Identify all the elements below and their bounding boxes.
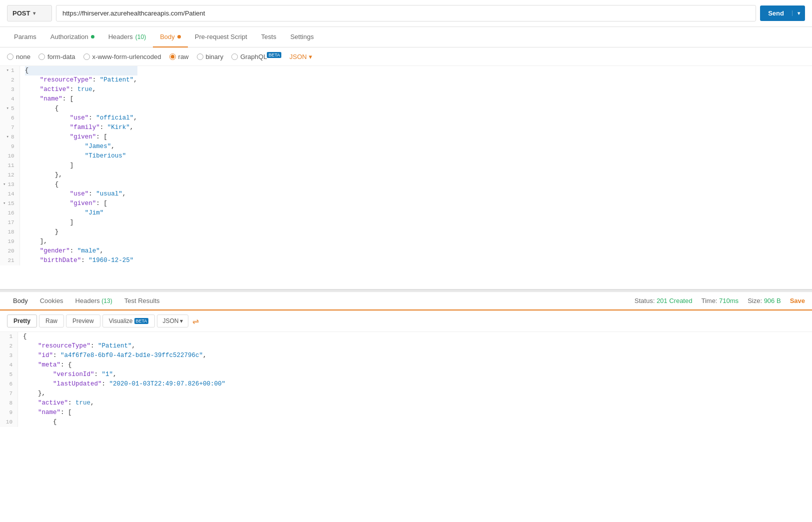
resp-ln-1: 1 — [3, 332, 14, 342]
format-raw-label: raw — [178, 53, 189, 60]
req-line-6: "use": "official", — [25, 114, 137, 123]
resp-json-dropdown[interactable]: JSON ▾ — [157, 314, 188, 328]
ln-5: ▾5 — [3, 104, 16, 114]
format-form-data-label: form-data — [47, 53, 75, 60]
resp-line-3: "id": "a4f6f7e8-6bf0-4af2-bd1e-39ffc5227… — [23, 351, 225, 360]
tab-prerequest[interactable]: Pre-request Script — [188, 27, 254, 48]
ln-18: 18 — [3, 228, 16, 237]
authorization-dot — [91, 35, 94, 38]
resp-tab-testresults[interactable]: Test Results — [118, 292, 166, 310]
resp-fmt-raw[interactable]: Raw — [39, 314, 64, 328]
response-section: Body Cookies Headers (13) Test Results S… — [0, 292, 812, 427]
ln-19: 19 — [3, 237, 16, 246]
format-none[interactable]: none — [7, 53, 30, 60]
req-line-7: "family": "Kirk", — [25, 123, 137, 132]
tab-params[interactable]: Params — [7, 27, 43, 48]
radio-none — [7, 54, 13, 60]
tab-params-label: Params — [14, 33, 36, 40]
tab-authorization[interactable]: Authorization — [43, 27, 101, 48]
response-code-editor[interactable]: 1 2 3 4 5 6 7 8 9 10 { "resourceType": "… — [0, 332, 812, 427]
resp-tab-body[interactable]: Body — [7, 292, 34, 310]
save-response-button[interactable]: Save — [790, 297, 805, 304]
resp-tab-headers[interactable]: Headers (13) — [69, 292, 118, 310]
status-value: 201 Created — [657, 297, 693, 304]
resp-line-7: }, — [23, 389, 225, 398]
resp-ln-10: 10 — [3, 418, 14, 427]
code-lines: { "resourceType": "Patient", "active": t… — [20, 66, 137, 266]
ln-9: 9 — [3, 142, 16, 152]
resp-json-label: JSON — [162, 318, 178, 324]
ln-21: 21 — [3, 256, 16, 266]
resp-ln-8: 8 — [3, 398, 14, 408]
resp-line-numbers: 1 2 3 4 5 6 7 8 9 10 — [0, 332, 18, 427]
req-line-11: ] — [25, 161, 137, 170]
ln-15: ▾15 — [3, 199, 16, 208]
resp-tab-cookies[interactable]: Cookies — [34, 292, 69, 310]
url-input[interactable] — [56, 5, 756, 22]
method-label: POST — [12, 10, 30, 17]
radio-raw — [169, 54, 176, 60]
resp-ln-2: 2 — [3, 342, 14, 351]
resp-tab-testresults-label: Test Results — [124, 297, 160, 304]
graphql-beta-badge: BETA — [267, 52, 281, 58]
req-line-15: "given": [ — [25, 199, 137, 208]
json-type-dropdown[interactable]: JSON ▾ — [289, 53, 312, 60]
resp-fmt-visualize[interactable]: Visualize BETA — [102, 314, 155, 328]
time-label: Time: 710ms — [701, 297, 739, 304]
format-urlencoded[interactable]: x-www-form-urlencoded — [83, 53, 161, 60]
tab-settings[interactable]: Settings — [283, 27, 321, 48]
resp-headers-badge: (13) — [101, 298, 112, 304]
format-binary-label: binary — [206, 53, 223, 60]
req-line-9: "James", — [25, 142, 137, 152]
tab-settings-label: Settings — [290, 33, 314, 40]
resp-line-4: "meta": { — [23, 360, 225, 370]
resp-tab-cookies-label: Cookies — [40, 297, 63, 304]
req-line-8: "given": [ — [25, 132, 137, 142]
req-line-5: { — [25, 104, 137, 114]
req-line-17: ] — [25, 218, 137, 228]
fold-13: ▾ — [3, 180, 5, 190]
send-arrow: ▾ — [792, 10, 805, 16]
response-status: Status: 201 Created Time: 710ms Size: 90… — [635, 297, 805, 304]
resp-line-1: { — [23, 332, 225, 342]
req-line-12: }, — [25, 170, 137, 180]
fold-15: ▾ — [3, 199, 5, 208]
headers-badge: (10) — [135, 34, 146, 40]
resp-fmt-pretty[interactable]: Pretty — [7, 314, 37, 328]
send-button[interactable]: Send ▾ — [760, 6, 805, 21]
resp-ln-6: 6 — [3, 380, 14, 389]
request-code-editor[interactable]: ▾1 2 3 4 ▾5 6 7 ▾8 9 10 11 12 ▾13 14 ▾15… — [0, 66, 812, 290]
resp-tab-body-label: Body — [13, 297, 28, 304]
tab-body[interactable]: Body — [153, 27, 188, 48]
ln-8: ▾8 — [3, 132, 16, 142]
resp-tab-headers-label: Headers — [75, 297, 102, 304]
format-binary[interactable]: binary — [197, 53, 223, 60]
req-line-14: "use": "usual", — [25, 190, 137, 199]
format-raw[interactable]: raw — [169, 53, 189, 60]
ln-1: ▾1 — [3, 66, 16, 76]
req-line-13: { — [25, 180, 137, 190]
ln-17: 17 — [3, 218, 16, 228]
format-graphql[interactable]: GraphQLBETA — [231, 52, 281, 60]
code-editor-content: ▾1 2 3 4 ▾5 6 7 ▾8 9 10 11 12 ▾13 14 ▾15… — [0, 66, 812, 266]
time-value: 710ms — [719, 297, 739, 304]
wrap-lines-icon[interactable]: ⇌ — [192, 316, 199, 326]
method-select[interactable]: POST ▾ — [7, 5, 52, 22]
body-dot — [177, 35, 181, 38]
req-line-19: ], — [25, 237, 137, 246]
req-line-4: "name": [ — [25, 94, 137, 104]
json-dropdown-arrow: ▾ — [309, 53, 312, 60]
format-form-data[interactable]: form-data — [38, 53, 75, 60]
radio-graphql — [231, 54, 238, 60]
tab-headers[interactable]: Headers (10) — [101, 27, 153, 48]
ln-14: 14 — [3, 190, 16, 199]
radio-urlencoded — [83, 54, 90, 60]
tab-tests[interactable]: Tests — [254, 27, 283, 48]
ln-13: ▾13 — [3, 180, 16, 190]
fold-8: ▾ — [6, 132, 9, 142]
resp-fmt-preview[interactable]: Preview — [66, 314, 100, 328]
visualize-beta-badge: BETA — [134, 318, 149, 324]
format-bar: none form-data x-www-form-urlencoded raw… — [0, 48, 812, 66]
line-numbers: ▾1 2 3 4 ▾5 6 7 ▾8 9 10 11 12 ▾13 14 ▾15… — [0, 66, 20, 266]
radio-form-data — [38, 54, 45, 60]
